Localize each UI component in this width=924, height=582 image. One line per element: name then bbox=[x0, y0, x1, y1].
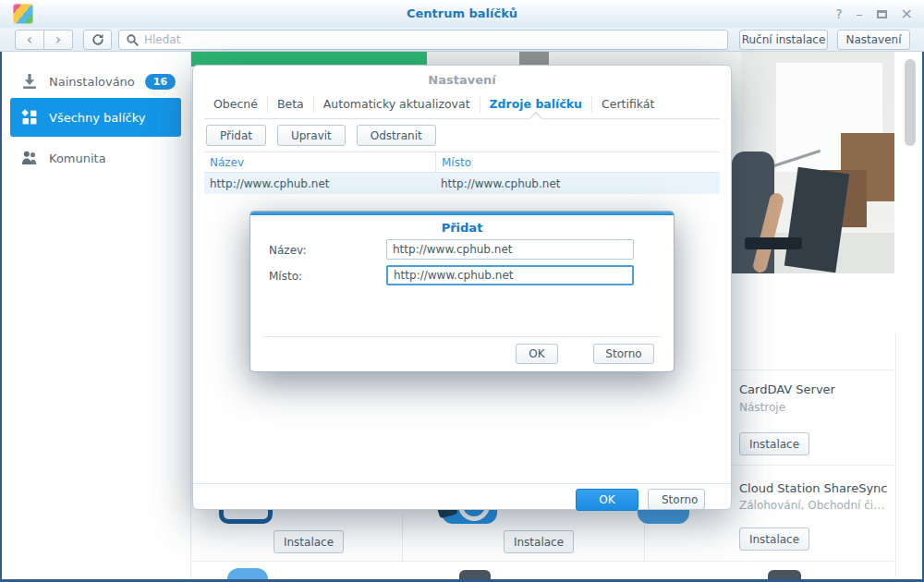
delete-source-button[interactable]: Odstranit bbox=[357, 125, 436, 146]
photo-laptop bbox=[745, 237, 802, 249]
column-divider bbox=[895, 333, 896, 579]
minimize-icon[interactable]: – bbox=[857, 7, 863, 20]
sidebar-item-label: Všechny balíčky bbox=[49, 111, 145, 125]
maximize-icon[interactable] bbox=[877, 10, 887, 18]
row-divider bbox=[733, 465, 895, 466]
settings-tabs: Obecné Beta Automaticky aktualizovat Zdr… bbox=[204, 91, 720, 119]
add-dialog-title: Přidat bbox=[250, 221, 674, 235]
installed-count-badge: 16 bbox=[145, 74, 176, 90]
help-icon[interactable]: ? bbox=[835, 7, 842, 20]
table-row[interactable]: http://www.cphub.net http://www.cphub.ne… bbox=[204, 173, 720, 194]
settings-button[interactable]: Nastavení bbox=[837, 30, 910, 50]
refresh-icon bbox=[91, 32, 105, 47]
tab-package-sources[interactable]: Zdroje balíčku bbox=[480, 96, 591, 113]
tab-certificate[interactable]: Certifikát bbox=[591, 96, 663, 113]
row-divider bbox=[733, 370, 895, 370]
package-category: Nástroje bbox=[739, 401, 785, 414]
grid-icon bbox=[20, 108, 39, 127]
sidebar-item-community[interactable]: Komunita bbox=[10, 144, 181, 172]
tab-beta[interactable]: Beta bbox=[267, 96, 313, 113]
window-title: Centrum balíčků bbox=[0, 0, 924, 28]
sidebar-item-label: Komunita bbox=[49, 152, 106, 165]
install-button[interactable]: Instalace bbox=[739, 432, 809, 455]
close-icon[interactable]: × bbox=[901, 6, 913, 21]
install-button[interactable]: Instalace bbox=[504, 530, 574, 553]
source-actions: Přidat Upravit Odstranit bbox=[206, 125, 436, 146]
window-border bbox=[0, 52, 2, 582]
package-name[interactable]: CardDAV Server bbox=[739, 382, 835, 396]
name-field[interactable] bbox=[386, 239, 634, 260]
add-source-dialog: Přidat Název: Místo: OK Storno bbox=[249, 211, 675, 372]
toolbar: ‹ › Ruční instalace Nastavení bbox=[0, 28, 924, 52]
tab-auto-update[interactable]: Automaticky aktualizovat bbox=[313, 96, 480, 113]
manual-install-button[interactable]: Ruční instalace bbox=[739, 30, 828, 50]
install-button[interactable]: Instalace bbox=[739, 527, 809, 551]
chevron-right-icon: › bbox=[55, 30, 61, 48]
install-button[interactable]: Instalace bbox=[274, 530, 344, 553]
column-divider bbox=[402, 514, 403, 561]
add-cancel-button[interactable]: Storno bbox=[593, 344, 654, 364]
footer-divider bbox=[193, 483, 731, 484]
window-controls: ? – × bbox=[835, 0, 913, 28]
column-header-location[interactable]: Místo bbox=[435, 152, 720, 172]
sidebar-item-label: Nainstalováno bbox=[49, 75, 135, 89]
download-icon bbox=[20, 72, 39, 91]
settings-ok-button[interactable]: OK bbox=[576, 489, 638, 511]
edit-source-button[interactable]: Upravit bbox=[277, 125, 346, 146]
settings-cancel-button[interactable]: Storno bbox=[648, 489, 705, 510]
row-divider bbox=[191, 561, 895, 562]
search-input[interactable] bbox=[144, 31, 727, 48]
package-category: Zálohování, Obchodní či… bbox=[739, 499, 884, 512]
package-center-window: Centrum balíčků ? – × ‹ › Ru bbox=[0, 0, 924, 582]
forward-button[interactable]: › bbox=[43, 30, 73, 50]
location-field-label: Místo: bbox=[269, 270, 302, 283]
footer-divider bbox=[263, 336, 661, 337]
search-icon bbox=[126, 33, 140, 47]
sidebar-item-installed[interactable]: Nainstalováno 16 bbox=[10, 67, 181, 95]
table-header: Název Místo bbox=[204, 152, 720, 173]
sidebar: Nainstalováno 16 Všechny balíčky Komunit… bbox=[0, 52, 191, 579]
cell-source-name: http://www.cphub.net bbox=[204, 177, 435, 190]
cell-source-location: http://www.cphub.net bbox=[435, 177, 720, 190]
dialog-accent-bar bbox=[250, 212, 674, 215]
search-box bbox=[118, 30, 728, 50]
refresh-button[interactable] bbox=[83, 30, 112, 50]
chevron-left-icon: ‹ bbox=[27, 30, 32, 48]
sources-table: Název Místo http://www.cphub.net http://… bbox=[204, 152, 720, 194]
sidebar-item-all-packages[interactable]: Všechny balíčky bbox=[10, 98, 181, 137]
name-field-label: Název: bbox=[269, 244, 307, 257]
people-icon bbox=[20, 149, 39, 167]
settings-dialog-title: Nastavení bbox=[193, 73, 731, 87]
package-name[interactable]: Cloud Station ShareSync bbox=[739, 481, 887, 495]
column-header-name[interactable]: Název bbox=[204, 156, 435, 169]
location-field[interactable] bbox=[386, 265, 634, 285]
tab-general[interactable]: Obecné bbox=[204, 96, 267, 113]
add-source-button[interactable]: Přidat bbox=[206, 125, 266, 146]
photo-shape bbox=[519, 52, 549, 65]
back-button[interactable]: ‹ bbox=[15, 30, 44, 50]
add-ok-button[interactable]: OK bbox=[516, 344, 558, 364]
titlebar: Centrum balíčků ? – × bbox=[0, 0, 924, 28]
vertical-scrollbar-thumb[interactable] bbox=[905, 59, 916, 146]
